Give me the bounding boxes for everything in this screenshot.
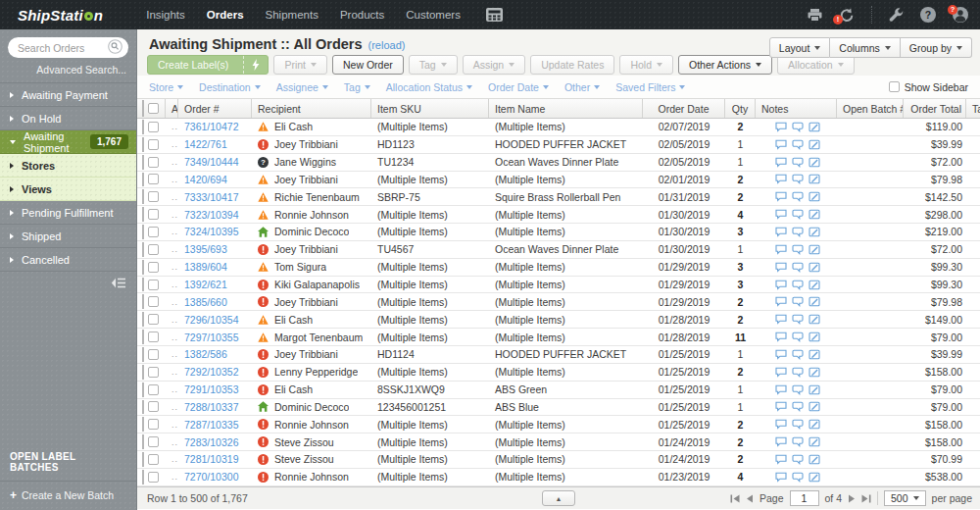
sidebar-item-awaiting-payment[interactable]: Awaiting Payment	[0, 83, 136, 107]
note-bubble-icon[interactable]	[775, 314, 787, 325]
message-bubble-icon[interactable]	[792, 244, 804, 255]
nav-item-orders[interactable]: Orders	[207, 9, 244, 21]
edit-note-icon[interactable]	[808, 436, 820, 447]
row-checkbox[interactable]	[148, 244, 159, 255]
column-header-item-name[interactable]: Item Name	[489, 99, 643, 118]
message-bubble-icon[interactable]	[792, 122, 804, 132]
note-bubble-icon[interactable]	[775, 122, 787, 132]
message-bubble-icon[interactable]	[792, 454, 804, 465]
order-number-link[interactable]: 7296/10354	[184, 314, 238, 326]
order-number-link[interactable]: 1392/621	[184, 279, 227, 290]
rate-calculator-icon[interactable]	[486, 8, 503, 22]
sync-alert-icon[interactable]: !	[839, 8, 855, 23]
message-bubble-icon[interactable]	[792, 191, 804, 202]
edit-note-icon[interactable]	[808, 262, 820, 273]
row-checkbox[interactable]	[148, 174, 159, 184]
edit-note-icon[interactable]	[808, 332, 820, 342]
edit-note-icon[interactable]	[808, 367, 820, 378]
order-number-link[interactable]: 1389/604	[184, 261, 227, 273]
row-checkbox[interactable]	[148, 349, 159, 360]
order-number-link[interactable]: 7361/10472	[184, 121, 238, 132]
filter-destination[interactable]: Destination	[199, 81, 261, 93]
filter-saved-filters[interactable]: Saved Filters	[615, 81, 685, 93]
edit-note-icon[interactable]	[808, 419, 820, 430]
message-bubble-icon[interactable]	[792, 139, 804, 150]
note-bubble-icon[interactable]	[775, 401, 787, 412]
note-bubble-icon[interactable]	[775, 157, 787, 168]
collapse-sidebar-button[interactable]	[0, 272, 136, 293]
note-bubble-icon[interactable]	[775, 262, 787, 273]
note-bubble-icon[interactable]	[775, 384, 787, 395]
order-number-link[interactable]: 7287/10335	[184, 419, 238, 431]
other-actions-button[interactable]: Other Actions	[678, 55, 772, 75]
sidebar-item-awaiting-shipment[interactable]: Awaiting Shipment1,767	[0, 130, 136, 154]
message-bubble-icon[interactable]	[792, 280, 804, 290]
note-bubble-icon[interactable]	[775, 227, 787, 237]
group-by-button[interactable]: Group by	[901, 37, 972, 58]
sidebar-item-on-hold[interactable]: On Hold	[0, 107, 136, 130]
message-bubble-icon[interactable]	[792, 157, 804, 168]
message-bubble-icon[interactable]	[792, 401, 804, 412]
account-icon[interactable]: ?	[953, 7, 968, 23]
note-bubble-icon[interactable]	[775, 367, 787, 378]
create-label-s-button[interactable]: Create Label(s)	[147, 55, 269, 75]
layout-button[interactable]: Layout	[769, 37, 831, 58]
sidebar-item-pending-fulfillment[interactable]: Pending Fulfillment	[0, 201, 136, 225]
nav-item-insights[interactable]: Insights	[146, 9, 185, 21]
edit-note-icon[interactable]	[808, 349, 820, 360]
edit-note-icon[interactable]	[808, 157, 820, 168]
quick-print-split[interactable]	[243, 56, 268, 74]
search-input[interactable]	[18, 42, 108, 54]
message-bubble-icon[interactable]	[792, 314, 804, 325]
order-number-link[interactable]: 1385/660	[184, 296, 227, 308]
next-page-button[interactable]	[848, 494, 856, 503]
edit-note-icon[interactable]	[808, 122, 820, 132]
message-bubble-icon[interactable]	[792, 384, 804, 395]
order-number-link[interactable]: 7323/10394	[184, 209, 238, 221]
edit-note-icon[interactable]	[808, 209, 820, 220]
message-bubble-icon[interactable]	[792, 436, 804, 447]
column-header-order-date[interactable]: Order Date	[643, 99, 725, 118]
wrench-icon[interactable]	[889, 8, 904, 23]
filter-assignee[interactable]: Assignee	[276, 81, 328, 93]
row-checkbox[interactable]	[148, 209, 159, 220]
row-checkbox[interactable]	[148, 419, 159, 430]
note-bubble-icon[interactable]	[775, 244, 787, 255]
row-checkbox[interactable]	[148, 227, 159, 237]
filter-other[interactable]: Other	[564, 81, 600, 93]
note-bubble-icon[interactable]	[775, 209, 787, 220]
order-number-link[interactable]: 7297/10355	[184, 332, 238, 343]
sidebar-item-stores[interactable]: Stores	[0, 154, 136, 178]
message-bubble-icon[interactable]	[792, 227, 804, 237]
first-page-button[interactable]	[730, 494, 740, 503]
filter-order-date[interactable]: Order Date	[488, 81, 549, 93]
page-size-select[interactable]: 500	[884, 490, 926, 506]
show-sidebar-checkbox[interactable]	[889, 81, 900, 92]
message-bubble-icon[interactable]	[792, 332, 804, 342]
row-checkbox[interactable]	[148, 436, 159, 447]
edit-note-icon[interactable]	[808, 244, 820, 255]
note-bubble-icon[interactable]	[775, 454, 787, 465]
message-bubble-icon[interactable]	[792, 174, 804, 184]
message-bubble-icon[interactable]	[792, 296, 804, 307]
sidebar-item-shipped[interactable]: Shipped	[0, 225, 136, 248]
note-bubble-icon[interactable]	[775, 280, 787, 290]
note-bubble-icon[interactable]	[775, 472, 787, 483]
sidebar-item-views[interactable]: Views	[0, 178, 136, 201]
note-bubble-icon[interactable]	[775, 436, 787, 447]
row-checkbox[interactable]	[148, 384, 159, 395]
note-bubble-icon[interactable]	[775, 419, 787, 430]
row-checkbox[interactable]	[148, 454, 159, 465]
reload-link[interactable]: (reload)	[368, 39, 406, 51]
note-bubble-icon[interactable]	[775, 349, 787, 360]
message-bubble-icon[interactable]	[792, 367, 804, 378]
row-checkbox[interactable]	[148, 314, 159, 325]
edit-note-icon[interactable]	[808, 296, 820, 307]
column-header-item-sku[interactable]: Item SKU	[371, 99, 489, 118]
edit-note-icon[interactable]	[808, 384, 820, 395]
order-number-link[interactable]: 7324/10395	[184, 226, 238, 237]
message-bubble-icon[interactable]	[792, 349, 804, 360]
order-number-link[interactable]: 7333/10417	[184, 191, 238, 203]
message-bubble-icon[interactable]	[792, 262, 804, 273]
message-bubble-icon[interactable]	[792, 209, 804, 220]
